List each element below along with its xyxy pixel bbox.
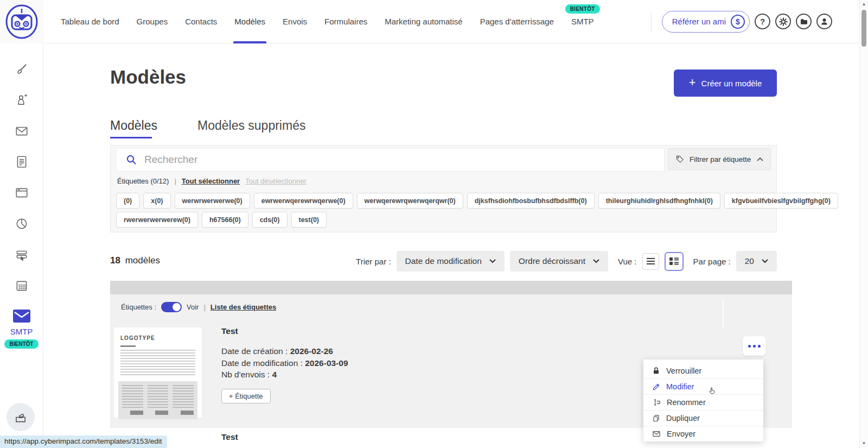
tag-chip[interactable]: werwrwerwerwe(0) xyxy=(175,193,250,209)
help-button[interactable]: ? xyxy=(755,14,770,29)
tag-chips-row-2: rwerwerwerwerew(0) h67566(0) cds(0) test… xyxy=(116,212,327,228)
nav-marketing-automatise[interactable]: Marketing automatisé xyxy=(385,0,462,43)
scroll-up-arrow[interactable]: ▲ xyxy=(860,2,868,7)
sends-label: Nb d'envois : xyxy=(221,370,270,379)
row-actions-button[interactable] xyxy=(743,336,766,356)
menu-item-envoyer[interactable]: Envoyer xyxy=(643,426,763,441)
tags-toggle-label: Étiquettes : xyxy=(121,303,156,311)
deselect-all-link[interactable]: Tout désélectionner xyxy=(245,177,307,185)
grid-view-icon xyxy=(669,257,679,266)
scroll-down-arrow[interactable]: ▼ xyxy=(860,441,868,446)
feedback-widget-button[interactable] xyxy=(7,403,35,431)
account-button[interactable] xyxy=(816,14,832,29)
per-page-value: 20 xyxy=(745,256,754,266)
thumbnail-column xyxy=(148,385,169,415)
thumbnail-columns-section xyxy=(118,381,197,419)
view-list-button[interactable] xyxy=(642,253,659,270)
app-logo[interactable] xyxy=(0,0,43,43)
nav-smtp-label: SMTP xyxy=(571,17,594,26)
tag-chip[interactable]: (0) xyxy=(116,193,139,209)
scrollbar-thumb[interactable] xyxy=(861,10,866,47)
nav-tableau-de-bord[interactable]: Tableau de bord xyxy=(61,0,119,43)
document-icon xyxy=(15,155,29,169)
sidebar-forms-item[interactable] xyxy=(0,146,43,177)
voir-label: Voir xyxy=(187,303,199,311)
menu-item-renommer[interactable]: Renommer xyxy=(643,394,763,410)
menu-item-modifier[interactable]: Modifier xyxy=(643,378,763,394)
nav-contacts[interactable]: Contacts xyxy=(185,0,217,43)
results-count-number: 18 xyxy=(110,255,120,266)
menu-label: Envoyer xyxy=(667,430,695,438)
tags-toggle[interactable] xyxy=(161,302,182,312)
tag-icon xyxy=(675,155,684,163)
tag-chip[interactable]: kfgvbueilfvbieslfgvbilgffghg(0) xyxy=(724,193,838,209)
filter-by-tag-label: Filtrer par étiquette xyxy=(690,155,751,163)
create-template-label: Créer un modèle xyxy=(701,79,762,88)
nav-formulaires[interactable]: Formulaires xyxy=(324,0,367,43)
template-title-2[interactable]: Test xyxy=(221,432,238,442)
thumbnail-heading-bar xyxy=(120,345,136,347)
sidebar-sections-item[interactable] xyxy=(0,239,43,270)
create-template-button[interactable]: + Créer un modèle xyxy=(674,70,777,97)
sidebar-stats-item[interactable] xyxy=(0,208,43,239)
duplicate-icon xyxy=(652,414,660,422)
view-grid-button[interactable] xyxy=(665,252,684,271)
tag-chip[interactable]: x(0) xyxy=(143,193,170,209)
refer-friend-button[interactable]: Référer un ami $ xyxy=(662,11,750,33)
template-title[interactable]: Test xyxy=(221,326,348,336)
nav-modeles[interactable]: Modèles xyxy=(234,0,265,43)
sort-order-dropdown[interactable]: Ordre décroissant xyxy=(510,251,608,272)
tag-chips-row-1: (0) x(0) werwrwerwerwe(0) ewrwerwqerewrw… xyxy=(116,193,838,209)
person-add-icon xyxy=(15,93,29,107)
settings-button[interactable] xyxy=(775,14,791,29)
nav-envois[interactable]: Envois xyxy=(283,0,307,43)
tags-toggle-row: Étiquettes : Voir | Liste des étiquettes xyxy=(121,302,276,312)
search-input[interactable] xyxy=(144,154,611,166)
per-page-dropdown[interactable]: 20 xyxy=(736,251,777,272)
view-label: Vue : xyxy=(618,257,636,266)
tags-summary-row: Étiquettes (0/12) | Tout sélectionner To… xyxy=(117,177,307,185)
toggle-knob xyxy=(173,303,181,311)
sidebar-calendar-item[interactable] xyxy=(0,270,43,301)
smtp-label: SMTP xyxy=(0,327,43,336)
tag-chip[interactable]: thileurghiuhidlrghlsdfhngfnhkl(0) xyxy=(598,193,720,209)
page-scrollbar[interactable]: ▲ ▼ xyxy=(859,0,868,448)
sidebar-landing-pages-item[interactable] xyxy=(0,177,43,208)
nav-groupes[interactable]: Groupes xyxy=(137,0,168,43)
search-icon xyxy=(126,154,137,165)
tag-chip[interactable]: werwqerewrqwerwqerqwr(0) xyxy=(357,193,463,209)
menu-item-dupliquer[interactable]: Dupliquer xyxy=(643,410,763,426)
smtp-envelope-icon xyxy=(13,310,30,323)
sidebar-add-contact-item[interactable] xyxy=(0,84,43,115)
add-tag-button[interactable]: + Étiquette xyxy=(221,389,271,403)
template-thumbnail[interactable]: LOGOTYPE xyxy=(114,327,202,418)
sort-by-dropdown[interactable]: Date de modification xyxy=(397,251,505,272)
top-divider xyxy=(651,11,652,32)
nav-pages-atterrissage[interactable]: Pages d'atterrissage xyxy=(480,0,554,43)
tags-list-link[interactable]: Liste des étiquettes xyxy=(210,303,276,311)
select-all-link[interactable]: Tout sélectionner xyxy=(182,177,240,185)
nav-smtp[interactable]: BIENTÔT SMTP xyxy=(571,0,594,43)
tag-chip[interactable]: h67566(0) xyxy=(202,212,248,228)
files-button[interactable] xyxy=(796,14,812,29)
question-mark-icon: ? xyxy=(760,17,765,26)
tag-chip[interactable]: cds(0) xyxy=(252,212,288,228)
results-count: 18 modèles xyxy=(110,255,160,266)
lock-icon xyxy=(652,367,660,375)
menu-item-verrouiller[interactable]: Verrouiller xyxy=(643,363,763,378)
robot-logo-icon xyxy=(4,4,39,40)
sidebar-design-item[interactable] xyxy=(0,53,43,84)
tab-modeles[interactable]: Modèles xyxy=(110,118,157,133)
sidebar-smtp-item[interactable]: SMTP BIENTÔT xyxy=(0,310,43,349)
tag-chip[interactable]: djksfhsdiohfbosbufbhsdfbdslffb(0) xyxy=(467,193,595,209)
tag-chip[interactable]: test(0) xyxy=(291,212,327,228)
tab-modeles-supprimes[interactable]: Modèles supprimés xyxy=(197,118,305,133)
sidebar-envois-item[interactable] xyxy=(0,115,43,146)
filter-by-tag-button[interactable]: Filtrer par étiquette xyxy=(668,148,771,170)
menu-label: Dupliquer xyxy=(666,414,700,422)
thumbnail-button xyxy=(181,411,194,415)
thumbnail-button xyxy=(155,411,168,415)
template-modified-line: Date de modification : 2026-03-09 xyxy=(221,357,348,369)
tag-chip[interactable]: rwerwerwerwerew(0) xyxy=(116,212,198,228)
tag-chip[interactable]: ewrwerwqerewrwqerwe(0) xyxy=(254,193,353,209)
